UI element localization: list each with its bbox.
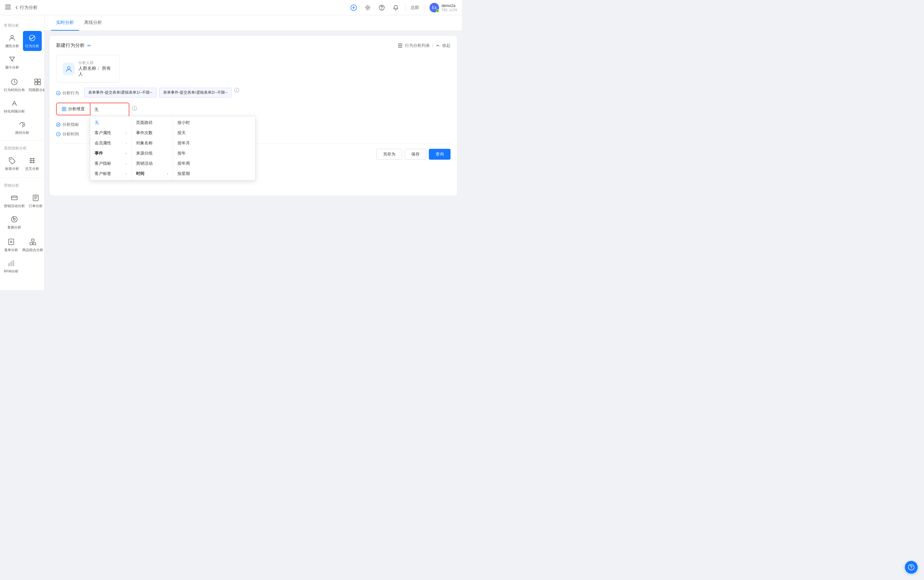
repurchase-icon xyxy=(10,215,19,224)
timedist-label: 行为时间分布 xyxy=(4,87,25,92)
topbar: 行为分析 xyxy=(0,0,462,15)
dropdown-item-by-hour[interactable]: 按小时 xyxy=(173,118,214,128)
sidebar-item-funnel[interactable]: 漏斗分析 xyxy=(3,52,22,72)
events-container: 表单事件-提交表单/逻辑表单1/--不限-- 表单事件-提交表单/逻辑表单2/-… xyxy=(84,87,239,97)
sidebar-item-conversion[interactable]: 转化间隔分析 xyxy=(3,96,26,116)
property-icon xyxy=(8,33,16,42)
collapse-label[interactable]: 收起 xyxy=(442,43,450,48)
list-label[interactable]: 行为分析列表 xyxy=(405,43,430,48)
dropdown-item-marketing-activity[interactable]: 营销活动 xyxy=(132,158,173,168)
sidebar-item-order[interactable]: 订单分析 xyxy=(27,191,44,211)
section-title-system: 系统指标分析 xyxy=(0,143,44,152)
settings-icon[interactable] xyxy=(363,3,372,12)
dropdown-item-customer-attr[interactable]: 客户属性 › xyxy=(90,128,131,138)
sidebar-item-tag[interactable]: 标签分析 xyxy=(3,153,22,174)
dropdown-item-marketing-activity-label: 营销活动 xyxy=(136,161,153,166)
menu-icon[interactable] xyxy=(5,4,11,11)
dropdown-item-member-attr[interactable]: 会员属性 › xyxy=(90,138,131,148)
dropdown-col-2: 页面路径 事件次数 对象名称 来源分组 xyxy=(132,116,173,180)
dropdown-item-by-year-week[interactable]: 按年周 xyxy=(173,158,214,168)
org-label[interactable]: 总部 xyxy=(411,5,419,10)
marketing-label: 营销活动分析 xyxy=(4,204,25,208)
svg-rect-0 xyxy=(5,5,11,5)
arrow-icon-4: › xyxy=(125,161,127,165)
sidebar-item-marketing[interactable]: 营销活动分析 xyxy=(3,191,26,211)
dropdown-item-source-group-label: 来源分组 xyxy=(136,150,153,156)
dropdown-item-object-name[interactable]: 对象名称 xyxy=(132,138,173,148)
dropdown-item-none[interactable]: 无 xyxy=(90,118,131,128)
behavior-info-icon[interactable] xyxy=(234,87,239,97)
content-area: 新建行为分析 ✏ 行为分析列表 | xyxy=(44,31,462,290)
behavior-row: 分析行为 表单事件-提交表单/逻辑表单1/--不限-- 表单事件-提交表单/逻辑… xyxy=(56,87,450,97)
crowd-name-text: 人群名称： 所有人 xyxy=(78,66,113,77)
sidebar-item-cross[interactable]: 交叉分析 xyxy=(23,153,42,174)
dropdown-item-by-weekday[interactable]: 按星期 xyxy=(173,168,214,179)
tab-realtime[interactable]: 实时分析 xyxy=(51,15,79,31)
dropdown-item-event[interactable]: 事件 › xyxy=(90,148,131,158)
dropdown-item-page-path[interactable]: 页面路径 xyxy=(132,118,173,128)
sidebar-item-combo[interactable]: 商品组合分析 xyxy=(21,235,44,255)
section-title-common: 常用分析 xyxy=(0,20,44,30)
event-tag-1[interactable]: 表单事件-提交表单/逻辑表单1/--不限-- xyxy=(84,87,156,97)
svg-point-13 xyxy=(10,159,11,160)
sidebar-item-timedist[interactable]: 行为时间分布 xyxy=(3,75,26,95)
dimension-dropdown[interactable]: 无 无 客户属性 › xyxy=(90,103,129,117)
cohort-icon xyxy=(33,77,42,86)
path-icon xyxy=(18,120,27,129)
crowd-card[interactable]: 分析人群 人群名称： 所有人 xyxy=(56,55,120,82)
dimension-info-icon[interactable] xyxy=(132,106,137,112)
sidebar-item-path[interactable]: 路径分析 xyxy=(3,118,42,138)
user-tid: TID: 1174 xyxy=(442,8,457,12)
tab-offline[interactable]: 离线分析 xyxy=(79,15,107,31)
section-title-marketing: 营销分析 xyxy=(0,180,44,189)
plus-icon[interactable] xyxy=(349,3,358,12)
order-icon xyxy=(31,193,40,203)
cross-label: 交叉分析 xyxy=(25,166,39,171)
dropdown-item-by-year[interactable]: 按年 xyxy=(173,148,214,158)
crowd-icon xyxy=(63,63,74,75)
user-profile[interactable]: Ea demo2a TID: 1174 xyxy=(429,3,457,12)
save-button[interactable]: 保存 xyxy=(404,149,426,160)
dropdown-item-source-group[interactable]: 来源分组 xyxy=(132,148,173,158)
dropdown-item-member-attr-label: 会员属性 xyxy=(95,140,111,146)
dimension-input[interactable]: 无 xyxy=(90,103,129,116)
sidebar-grid-4: 营销活动分析 订单分析 xyxy=(0,189,44,234)
svg-rect-14 xyxy=(12,196,17,200)
card-header-actions: 行为分析列表 | 收起 xyxy=(398,43,450,48)
collapse-icon xyxy=(436,44,440,48)
dropdown-item-customer-tag[interactable]: 客户标签 › xyxy=(90,168,131,179)
sidebar-item-behavior[interactable]: 行为分析 xyxy=(23,31,42,51)
sidebar-item-rfm[interactable]: RFM分析 xyxy=(3,256,20,276)
dropdown-item-event-count[interactable]: 事件次数 xyxy=(132,128,173,138)
metrics-label-text: 分析指标 xyxy=(62,122,79,127)
arrow-icon-1: › xyxy=(125,131,127,135)
topbar-right: 总部 Ea demo2a TID: 1174 xyxy=(349,3,457,12)
dropdown-item-time[interactable]: 时间 › xyxy=(132,168,173,179)
dimension-label-text: 分析维度 xyxy=(68,106,85,112)
dropdown-item-by-year-month-label: 按年月 xyxy=(178,140,190,146)
edit-title-icon[interactable]: ✏ xyxy=(87,43,91,48)
svg-rect-24 xyxy=(398,44,403,44)
dropdown-item-customer-attr-label: 客户属性 xyxy=(95,130,111,136)
dropdown-item-by-day[interactable]: 按天 xyxy=(173,128,214,138)
help-icon[interactable] xyxy=(377,3,386,12)
event-tag-2[interactable]: 表单事件-提交表单/逻辑表单2/--不限-- xyxy=(159,87,231,97)
dropdown-item-customer-tag-label: 客户标签 xyxy=(95,171,111,176)
sidebar-item-property[interactable]: 属性分析 xyxy=(3,31,22,51)
rfm-icon xyxy=(7,259,16,268)
svg-point-6 xyxy=(11,35,13,38)
dropdown-item-by-year-label: 按年 xyxy=(178,150,186,156)
dropdown-item-by-year-month[interactable]: 按年月 xyxy=(173,138,214,148)
dropdown-item-customer-metric[interactable]: 客户指标 › xyxy=(90,158,131,168)
svg-rect-11 xyxy=(35,82,37,85)
sidebar-item-cohort[interactable]: 同期群分析 xyxy=(27,75,44,95)
conversion-icon xyxy=(10,99,19,108)
back-button[interactable]: 行为分析 xyxy=(15,5,38,10)
query-button[interactable]: 查询 xyxy=(429,149,450,160)
sidebar-item-repurchase[interactable]: 复购分析 xyxy=(3,212,26,232)
return-icon xyxy=(7,237,16,246)
sidebar-item-return[interactable]: 退单分析 xyxy=(3,235,20,255)
save-as-button[interactable]: 另存为 xyxy=(376,149,402,160)
bell-icon[interactable] xyxy=(391,3,400,12)
divider xyxy=(405,5,406,11)
